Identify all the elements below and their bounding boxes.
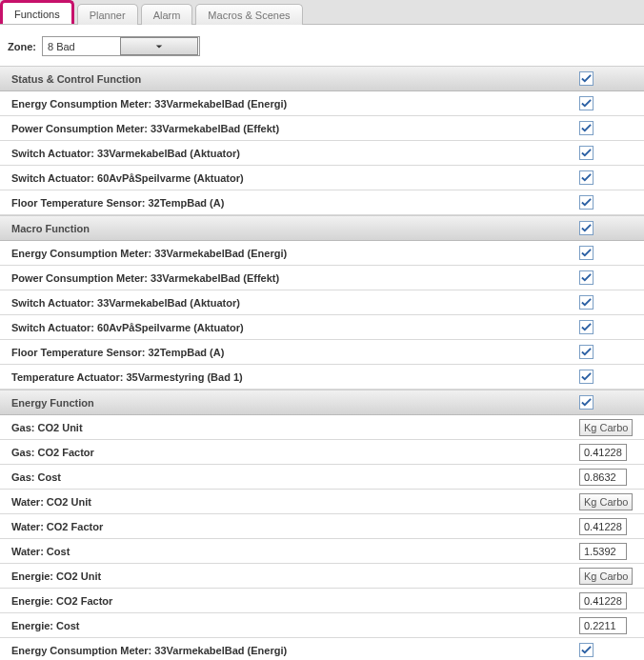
energy-item-4: Water: CO2 Factor0.41228: [0, 514, 644, 539]
macro-item-5-checkbox[interactable]: [579, 370, 594, 384]
item-label: Energy Consumption Meter: 33VarmekabelBa…: [8, 248, 579, 259]
item-label: Water: CO2 Unit: [8, 496, 579, 508]
status-item-0-checkbox[interactable]: [579, 96, 594, 110]
tab-alarm[interactable]: Alarm: [141, 4, 193, 25]
zone-select[interactable]: 8 Bad: [42, 36, 200, 56]
energy-item-6-select[interactable]: Kg Carbo: [579, 568, 633, 585]
macro-item-4: Floor Temperature Sensor: 32TempBad (A): [0, 340, 644, 365]
item-label: Energie: Cost: [8, 620, 579, 631]
zone-value: 8 Bad: [43, 41, 119, 52]
item-label: Energy Consumption Meter: 33VarmekabelBa…: [8, 645, 579, 656]
item-label: Floor Temperature Sensor: 32TempBad (A): [8, 347, 579, 358]
status-checkbox[interactable]: [579, 71, 594, 86]
status-item-4: Floor Temperature Sensor: 32TempBad (A): [0, 190, 644, 215]
tab-macros[interactable]: Macros & Scenes: [195, 4, 302, 25]
item-label: Energy Consumption Meter: 33VarmekabelBa…: [8, 98, 579, 110]
item-label: Gas: Cost: [8, 471, 579, 483]
energy-item-8: Energie: Cost0.2211: [0, 613, 644, 638]
section-title: Status & Control Function: [8, 73, 579, 85]
macro-item-0-checkbox[interactable]: [579, 246, 594, 260]
macro-item-3-checkbox[interactable]: [579, 320, 594, 334]
energy-item-1: Gas: CO2 Factor0.41228: [0, 440, 644, 465]
energy-item-7: Energie: CO2 Factor0.41228: [0, 589, 644, 613]
macro-header: Macro Function: [0, 215, 644, 241]
energy-item-7-input[interactable]: 0.41228: [579, 592, 627, 610]
energy-item-9-checkbox[interactable]: [579, 643, 594, 657]
section-title: Macro Function: [8, 223, 579, 234]
macro-item-1-checkbox[interactable]: [579, 270, 594, 285]
macro-checkbox[interactable]: [579, 221, 594, 235]
tab-planner[interactable]: Planner: [77, 4, 138, 25]
status-item-2-checkbox[interactable]: [579, 146, 594, 160]
energy-item-2-input[interactable]: 0.8632: [579, 469, 627, 486]
macro-item-3: Switch Actuator: 60AvPåSpeilvarme (Aktua…: [0, 315, 644, 340]
energy-checkbox[interactable]: [579, 395, 594, 410]
energy-item-5: Water: Cost1.5392: [0, 539, 644, 564]
status-item-0: Energy Consumption Meter: 33VarmekabelBa…: [0, 91, 644, 116]
item-label: Energie: CO2 Factor: [8, 595, 579, 607]
item-label: Energie: CO2 Unit: [8, 570, 579, 582]
status-item-2: Switch Actuator: 33VarmekabelBad (Aktuat…: [0, 141, 644, 166]
tab-bar: Functions Planner Alarm Macros & Scenes: [0, 0, 644, 25]
energy-item-3: Water: CO2 UnitKg Carbo: [0, 490, 644, 514]
macro-item-5: Temperature Actuator: 35Varmestyring (Ba…: [0, 365, 644, 390]
energy-item-0-select[interactable]: Kg Carbo: [579, 419, 633, 436]
macro-item-2-checkbox[interactable]: [579, 295, 594, 310]
item-label: Gas: CO2 Unit: [8, 422, 579, 433]
item-label: Switch Actuator: 33VarmekabelBad (Aktuat…: [8, 148, 579, 159]
zone-label: Zone:: [8, 41, 36, 52]
item-label: Switch Actuator: 60AvPåSpeilvarme (Aktua…: [8, 322, 579, 333]
macro-item-2: Switch Actuator: 33VarmekabelBad (Aktuat…: [0, 290, 644, 315]
item-label: Gas: CO2 Factor: [8, 447, 579, 458]
item-label: Switch Actuator: 60AvPåSpeilvarme (Aktua…: [8, 172, 579, 184]
tab-functions[interactable]: Functions: [0, 0, 74, 24]
item-label: Water: Cost: [8, 546, 579, 557]
item-label: Switch Actuator: 33VarmekabelBad (Aktuat…: [8, 297, 579, 309]
item-label: Power Consumption Meter: 33VarmekabelBad…: [8, 123, 579, 134]
status-item-1: Power Consumption Meter: 33VarmekabelBad…: [0, 116, 644, 141]
chevron-down-icon: [120, 37, 198, 55]
energy-item-5-input[interactable]: 1.5392: [579, 543, 627, 560]
item-label: Floor Temperature Sensor: 32TempBad (A): [8, 197, 579, 209]
macro-item-1: Power Consumption Meter: 33VarmekabelBad…: [0, 266, 644, 290]
status-item-1-checkbox[interactable]: [579, 121, 594, 135]
energy-item-2: Gas: Cost0.8632: [0, 465, 644, 490]
item-label: Temperature Actuator: 35Varmestyring (Ba…: [8, 371, 579, 383]
energy-item-6: Energie: CO2 UnitKg Carbo: [0, 564, 644, 589]
status-item-4-checkbox[interactable]: [579, 195, 594, 210]
item-label: Water: CO2 Factor: [8, 521, 579, 532]
energy-item-3-select[interactable]: Kg Carbo: [579, 493, 633, 510]
energy-item-9: Energy Consumption Meter: 33VarmekabelBa…: [0, 638, 644, 660]
energy-item-1-input[interactable]: 0.41228: [579, 444, 627, 461]
item-label: Power Consumption Meter: 33VarmekabelBad…: [8, 272, 579, 284]
macro-item-0: Energy Consumption Meter: 33VarmekabelBa…: [0, 241, 644, 266]
energy-item-8-input[interactable]: 0.2211: [579, 617, 627, 634]
status-header: Status & Control Function: [0, 66, 644, 91]
macro-item-4-checkbox[interactable]: [579, 345, 594, 359]
status-item-3: Switch Actuator: 60AvPåSpeilvarme (Aktua…: [0, 166, 644, 190]
status-item-3-checkbox[interactable]: [579, 170, 594, 185]
energy-header: Energy Function: [0, 390, 644, 415]
energy-item-4-input[interactable]: 0.41228: [579, 518, 627, 535]
energy-item-0: Gas: CO2 UnitKg Carbo: [0, 415, 644, 440]
section-title: Energy Function: [8, 397, 579, 409]
